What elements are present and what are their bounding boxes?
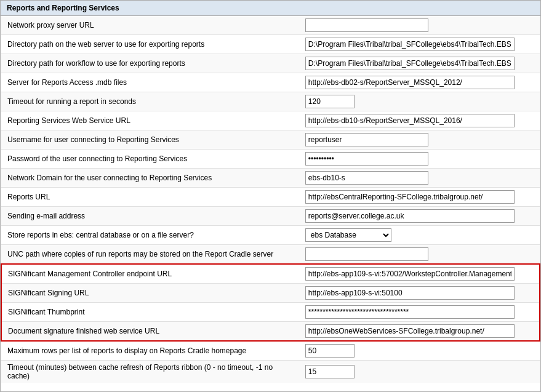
input-reports-url[interactable] — [305, 190, 515, 204]
table-row: SIGNificant Signing URL — [1, 284, 540, 303]
label-timeout-cache: Timeout (minutes) between cache refresh … — [1, 361, 299, 383]
input-timeout-running[interactable] — [305, 95, 355, 108]
table-row: Directory path for workflow to use for e… — [1, 54, 540, 73]
page-container: Reports and Reporting Services Network p… — [0, 0, 541, 392]
label-timeout-running: Timeout for running a report in seconds — [1, 92, 299, 111]
table-row: Timeout (minutes) between cache refresh … — [1, 361, 540, 383]
input-cell-network-domain — [299, 169, 540, 188]
input-cell-unc-path — [299, 245, 540, 265]
input-dir-path-web[interactable] — [305, 38, 515, 51]
table-row: SIGNificant Management Controller endpoi… — [1, 264, 540, 284]
label-server-reports-access: Server for Reports Access .mdb files — [1, 73, 299, 92]
label-unc-path: UNC path where copies of run reports may… — [1, 245, 299, 265]
input-document-sig-url[interactable] — [305, 324, 515, 338]
label-significant-signing: SIGNificant Signing URL — [1, 284, 299, 303]
label-reports-url: Reports URL — [1, 188, 299, 207]
table-row: Server for Reports Access .mdb files — [1, 73, 540, 92]
label-significant-thumbprint: SIGNificant Thumbprint — [1, 303, 299, 322]
input-timeout-cache[interactable] — [305, 365, 355, 378]
label-document-sig-url: Document signature finished web service … — [1, 322, 299, 342]
label-max-rows: Maximum rows per list of reports to disp… — [1, 341, 299, 361]
input-cell-document-sig-url — [299, 322, 540, 342]
input-cell-significant-mgmt — [299, 264, 540, 284]
input-cell-sending-email — [299, 207, 540, 226]
table-row: Network proxy server URL — [1, 16, 540, 35]
input-significant-thumbprint[interactable] — [305, 305, 515, 319]
table-row: SIGNificant Thumbprint — [1, 303, 540, 322]
input-max-rows[interactable] — [305, 344, 355, 358]
section-header: Reports and Reporting Services — [1, 1, 540, 16]
table-row: Username for user connecting to Reportin… — [1, 130, 540, 150]
input-cell-reports-url — [299, 188, 540, 207]
table-row: Maximum rows per list of reports to disp… — [1, 341, 540, 361]
input-cell-store-reports: ebs DatabaseFile Server — [299, 226, 540, 245]
label-network-proxy: Network proxy server URL — [1, 16, 299, 35]
table-row: UNC path where copies of run reports may… — [1, 245, 540, 265]
input-cell-significant-signing — [299, 284, 540, 303]
input-cell-timeout-running — [299, 92, 540, 111]
input-cell-timeout-cache — [299, 361, 540, 383]
input-network-domain[interactable] — [305, 171, 428, 185]
input-cell-username-reporting — [299, 130, 540, 150]
input-network-proxy[interactable] — [305, 18, 428, 32]
label-dir-path-web: Directory path on the web server to use … — [1, 35, 299, 54]
input-cell-dir-path-web — [299, 35, 540, 54]
input-cell-password-reporting — [299, 150, 540, 169]
input-cell-reporting-services-url — [299, 111, 540, 130]
label-sending-email: Sending e-mail address — [1, 207, 299, 226]
table-row: Document signature finished web service … — [1, 322, 540, 342]
input-cell-max-rows — [299, 341, 540, 361]
table-row: Store reports in ebs: central database o… — [1, 226, 540, 245]
input-significant-signing[interactable] — [305, 286, 515, 300]
label-dir-path-workflow: Directory path for workflow to use for e… — [1, 54, 299, 73]
form-table: Network proxy server URLDirectory path o… — [1, 16, 540, 383]
label-network-domain: Network Domain for the user connecting t… — [1, 169, 299, 188]
label-significant-mgmt: SIGNificant Management Controller endpoi… — [1, 264, 299, 284]
input-username-reporting[interactable] — [305, 133, 428, 146]
input-sending-email[interactable] — [305, 209, 515, 223]
input-server-reports-access[interactable] — [305, 76, 515, 89]
label-store-reports: Store reports in ebs: central database o… — [1, 226, 299, 245]
table-row: Network Domain for the user connecting t… — [1, 169, 540, 188]
table-row: Reporting Services Web Service URL — [1, 111, 540, 130]
table-row: Sending e-mail address — [1, 207, 540, 226]
input-cell-network-proxy — [299, 16, 540, 35]
select-store-reports[interactable]: ebs DatabaseFile Server — [305, 228, 391, 242]
table-row: Password of the user connecting to Repor… — [1, 150, 540, 169]
input-significant-mgmt[interactable] — [305, 267, 515, 281]
table-row: Reports URL — [1, 188, 540, 207]
input-dir-path-workflow[interactable] — [305, 57, 515, 70]
input-cell-dir-path-workflow — [299, 54, 540, 73]
input-cell-significant-thumbprint — [299, 303, 540, 322]
input-reporting-services-url[interactable] — [305, 114, 515, 127]
section-title: Reports and Reporting Services — [7, 4, 119, 12]
table-row: Directory path on the web server to use … — [1, 35, 540, 54]
label-reporting-services-url: Reporting Services Web Service URL — [1, 111, 299, 130]
input-password-reporting[interactable] — [305, 152, 428, 166]
input-cell-server-reports-access — [299, 73, 540, 92]
input-unc-path[interactable] — [305, 247, 428, 261]
label-username-reporting: Username for user connecting to Reportin… — [1, 130, 299, 150]
table-row: Timeout for running a report in seconds — [1, 92, 540, 111]
label-password-reporting: Password of the user connecting to Repor… — [1, 150, 299, 169]
